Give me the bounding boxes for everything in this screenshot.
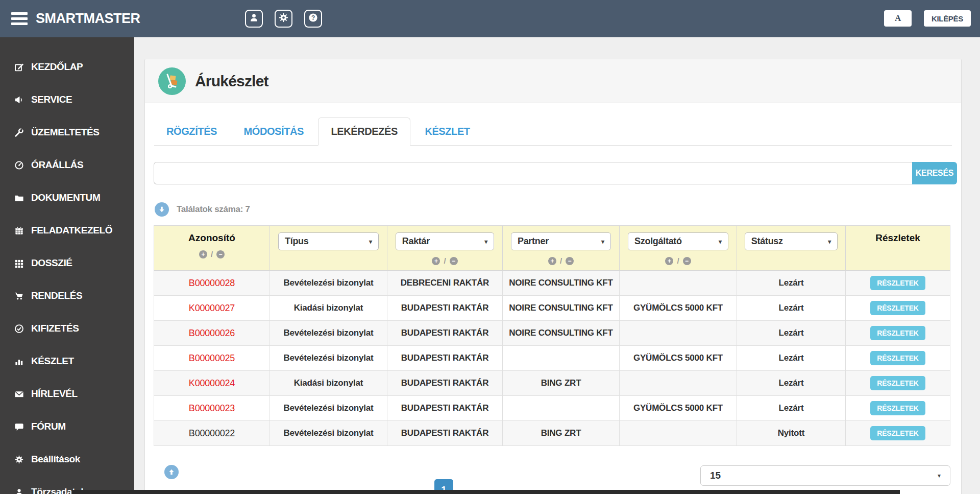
envelope-icon (13, 389, 24, 399)
cell-partner: NOIRE CONSULTING KFT (503, 271, 620, 296)
search-input[interactable] (154, 162, 912, 184)
sidebar-item-kifizetes[interactable]: KIFIZETÉS (0, 312, 134, 345)
sidebar-menu: KEZDŐLAP SERVICE ÜZEMELTETÉS ÓRAÁLLÁS DO… (0, 37, 134, 494)
document-id-link[interactable]: K00000024 (189, 378, 235, 388)
cell-raktar: DEBRECENI RAKTÁR (387, 271, 503, 296)
sidebar-item-label: FÓRUM (31, 421, 66, 432)
cart-icon (13, 291, 24, 301)
sort-desc-icon[interactable]: − (450, 257, 458, 265)
sidebar-item-oraallas[interactable]: ÓRAÁLLÁS (0, 149, 134, 181)
sidebar-item-label: KÉSZLET (31, 356, 74, 367)
sidebar-item-service[interactable]: SERVICE (0, 83, 134, 116)
results-label: Találatok száma: 7 (177, 204, 250, 215)
chat-icon (13, 422, 24, 432)
cell-raktar: BUDAPESTI RAKTÁR (387, 321, 503, 346)
sidebar-item-dosszie[interactable]: DOSSZIÉ (0, 247, 134, 279)
tab-bar: RÖGZÍTÉS MÓDOSÍTÁS LEKÉRDEZÉS KÉSZLET (154, 117, 952, 146)
cell-statusz: Lezárt (737, 321, 846, 346)
tab-lekerdezes[interactable]: LEKÉRDEZÉS (318, 117, 410, 146)
topbar-right-group: A KILÉPÉS (884, 10, 971, 27)
column-header-tipus: Típus▾ (270, 226, 387, 271)
document-id-link[interactable]: K00000027 (189, 303, 235, 313)
details-button[interactable]: RÉSZLETEK (870, 326, 925, 340)
cell-partner: BING ZRT (503, 421, 620, 446)
help-button[interactable]: ? (304, 10, 322, 28)
cell-szolgaltato (620, 371, 737, 396)
tab-keszlet[interactable]: KÉSZLET (412, 118, 482, 145)
document-id-link[interactable]: B00000023 (189, 403, 235, 413)
user-icon (13, 488, 24, 494)
document-id-link[interactable]: B00000028 (189, 278, 235, 288)
tipus-filter-select[interactable]: Típus▾ (278, 232, 379, 250)
document-id-link[interactable]: B00000025 (189, 353, 235, 363)
scroll-top-icon[interactable] (164, 465, 179, 479)
hamburger-icon[interactable] (11, 10, 28, 28)
sidebar-item-label: ÓRAÁLLÁS (31, 159, 83, 171)
table-row: K00000027 Kiadási bizonylat BUDAPESTI RA… (154, 296, 950, 321)
cell-tipus: Kiadási bizonylat (270, 296, 387, 321)
sort-desc-icon[interactable]: − (216, 250, 225, 258)
cell-partner: NOIRE CONSULTING KFT (503, 296, 620, 321)
details-button[interactable]: RÉSZLETEK (870, 376, 925, 390)
cell-partner (503, 396, 620, 421)
cell-partner (503, 346, 620, 371)
tab-modositas[interactable]: MÓDOSÍTÁS (231, 118, 316, 145)
cell-tipus: Kiadási bizonylat (270, 371, 387, 396)
table-row: B00000025 Bevételezési bizonylat BUDAPES… (154, 346, 950, 371)
top-header: SMARTMASTER (0, 0, 980, 37)
sidebar-item-rendeles[interactable]: RENDELÉS (0, 279, 134, 312)
sort-asc-icon[interactable]: + (432, 257, 440, 265)
column-header-partner: Partner▾ + / − (503, 226, 620, 271)
logout-button[interactable]: KILÉPÉS (924, 10, 971, 27)
tab-rogzites[interactable]: RÖGZÍTÉS (154, 118, 229, 145)
chevron-down-icon: ▾ (828, 238, 831, 245)
search-button[interactable]: KERESÉS (912, 162, 957, 184)
sidebar-item-feladatkezelo[interactable]: FELADATKEZELŐ (0, 214, 134, 247)
statusz-filter-select[interactable]: Státusz▾ (745, 232, 838, 250)
document-id-link[interactable]: B00000026 (189, 328, 235, 338)
details-button[interactable]: RÉSZLETEK (870, 276, 925, 290)
sidebar: KEZDŐLAP SERVICE ÜZEMELTETÉS ÓRAÁLLÁS DO… (0, 37, 134, 494)
sort-asc-icon[interactable]: + (548, 257, 556, 265)
sort-controls: + / − (387, 256, 502, 265)
sidebar-item-hirlevel[interactable]: HÍRLEVÉL (0, 378, 134, 410)
sidebar-item-label: FELADATKEZELŐ (31, 225, 112, 236)
sidebar-item-label: ÜZEMELTETÉS (31, 127, 100, 138)
page-size-select[interactable]: 15 ▾ (700, 465, 950, 486)
sidebar-item-beallitasok[interactable]: Beállítások (0, 443, 134, 476)
sort-asc-icon[interactable]: + (199, 250, 207, 258)
column-header-szolgaltato: Szolgáltató▾ + / − (620, 226, 737, 271)
font-size-button[interactable]: A (884, 10, 912, 27)
sort-separator: / (444, 256, 446, 265)
card-header: Árukészlet (145, 59, 961, 103)
horizontal-scrollbar[interactable] (71, 490, 900, 494)
sort-asc-icon[interactable]: + (665, 257, 673, 265)
sort-separator: / (560, 256, 562, 265)
sidebar-item-keszlet[interactable]: KÉSZLET (0, 345, 134, 378)
details-button[interactable]: RÉSZLETEK (870, 351, 925, 365)
sort-desc-icon[interactable]: − (683, 257, 691, 265)
gear-icon (279, 13, 288, 25)
user-profile-button[interactable] (245, 10, 263, 28)
sidebar-item-kezdolap[interactable]: KEZDŐLAP (0, 51, 134, 83)
sidebar-item-forum[interactable]: FÓRUM (0, 410, 134, 443)
sidebar-item-label: KIFIZETÉS (31, 323, 79, 334)
details-button[interactable]: RÉSZLETEK (870, 401, 925, 415)
table-row: B00000023 Bevételezési bizonylat BUDAPES… (154, 396, 950, 421)
details-button[interactable]: RÉSZLETEK (870, 301, 925, 315)
settings-button[interactable] (275, 10, 292, 28)
cell-szolgaltato (620, 421, 737, 446)
partner-filter-select[interactable]: Partner▾ (511, 232, 611, 250)
cell-szolgaltato (620, 321, 737, 346)
document-id-link[interactable]: B00000022 (189, 428, 235, 438)
collapse-down-icon[interactable] (155, 202, 169, 217)
column-header-statusz: Státusz▾ (737, 226, 846, 271)
sort-desc-icon[interactable]: − (566, 257, 574, 265)
sidebar-item-dokumentum[interactable]: DOKUMENTUM (0, 181, 134, 214)
raktar-filter-select[interactable]: Raktár▾ (396, 232, 495, 250)
szolgaltato-filter-select[interactable]: Szolgáltató▾ (628, 232, 728, 250)
details-button[interactable]: RÉSZLETEK (870, 426, 925, 440)
sidebar-item-uzemeltetes[interactable]: ÜZEMELTETÉS (0, 116, 134, 149)
sort-controls: + / − (503, 256, 619, 265)
sidebar-item-label: DOSSZIÉ (31, 257, 72, 269)
